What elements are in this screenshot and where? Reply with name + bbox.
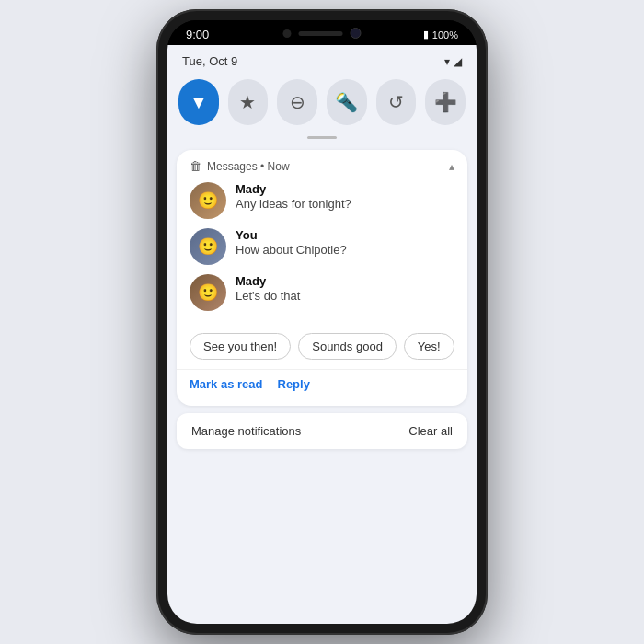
qs-tiles: ▼ ★ ⊖ 🔦 ↺ ➕ [167,72,477,136]
speaker [299,31,343,36]
bottom-bar: Manage notifications Clear all [177,413,467,449]
msg-sender-3: Mady [236,274,454,288]
clear-all-button[interactable]: Clear all [408,424,453,438]
notif-actions: Mark as read Reply [177,369,467,406]
qs-drag-handle [167,136,477,144]
notif-app-name: Messages • Now [207,160,443,173]
flashlight-tile-icon: 🔦 [335,91,358,113]
battery-saver-tile-icon: ➕ [434,91,457,113]
notif-expand-icon[interactable]: ▴ [449,160,454,173]
qs-tile-wifi[interactable]: ▼ [178,79,219,125]
qs-status-icons: ▾ ◢ [444,55,462,68]
qs-header: Tue, Oct 9 ▾ ◢ [167,45,477,72]
reply-chip-2[interactable]: Sounds good [298,333,397,360]
phone-frame: 9:00 ▮ 100% Tue, Oct 9 ▾ ◢ ▼ [156,9,488,635]
wifi-status-icon: ▾ [444,55,450,68]
status-icons: ▮ 100% [423,29,458,40]
msg-content-1: Mady Any ideas for tonight? [236,182,454,211]
reply-chips: See you then! Sounds good Yes! [177,329,467,369]
phone-screen: 9:00 ▮ 100% Tue, Oct 9 ▾ ◢ ▼ [167,20,477,624]
avatar-you: 🙂 [190,228,226,265]
reply-chip-1[interactable]: See you then! [190,333,291,360]
front-camera [283,29,292,38]
avatar-mady-2: 🙂 [190,274,226,311]
qs-tile-dnd[interactable]: ⊖ [277,79,317,125]
messages-app-icon: 🗑 [190,159,201,173]
dnd-tile-icon: ⊖ [290,91,305,113]
signal-status-icon: ◢ [454,55,462,68]
mark-as-read-button[interactable]: Mark as read [190,374,263,395]
qs-tile-battery-saver[interactable]: ➕ [425,79,466,125]
qs-date: Tue, Oct 9 [182,54,237,68]
qs-tile-bluetooth[interactable]: ★ [228,79,269,125]
notif-header: 🗑 Messages • Now ▴ [177,150,467,178]
msg-sender-2: You [236,228,454,242]
msg-text-1: Any ideas for tonight? [236,197,454,211]
quick-settings-panel: Tue, Oct 9 ▾ ◢ ▼ ★ ⊖ [167,45,477,144]
qs-tile-rotate[interactable]: ↺ [376,79,417,125]
reply-chip-3[interactable]: Yes! [404,333,454,360]
message-item: 🙂 Mady Any ideas for tonight? [190,182,454,219]
wifi-tile-icon: ▼ [190,92,208,113]
notification-area: 🗑 Messages • Now ▴ 🙂 Mady Any ide [167,144,477,624]
selfie-camera [351,28,362,39]
reply-button[interactable]: Reply [278,374,310,395]
message-item: 🙂 Mady Let's do that [190,274,454,311]
bluetooth-tile-icon: ★ [239,91,256,113]
battery-percent: 100% [432,29,458,40]
battery-icon: ▮ [423,29,429,40]
status-time: 9:00 [186,28,209,41]
qs-tile-flashlight[interactable]: 🔦 [327,79,367,125]
notification-card: 🗑 Messages • Now ▴ 🙂 Mady Any ide [177,150,467,406]
msg-content-2: You How about Chipotle? [236,228,454,257]
msg-sender-1: Mady [236,182,454,196]
manage-notifications-button[interactable]: Manage notifications [191,424,301,438]
rotate-tile-icon: ↺ [388,91,404,113]
msg-content-3: Mady Let's do that [236,274,454,303]
message-list: 🙂 Mady Any ideas for tonight? 🙂 You [177,178,467,329]
msg-text-3: Let's do that [236,289,454,303]
avatar-mady-1: 🙂 [190,182,226,219]
msg-text-2: How about Chipotle? [236,243,454,257]
message-item: 🙂 You How about Chipotle? [190,228,454,265]
